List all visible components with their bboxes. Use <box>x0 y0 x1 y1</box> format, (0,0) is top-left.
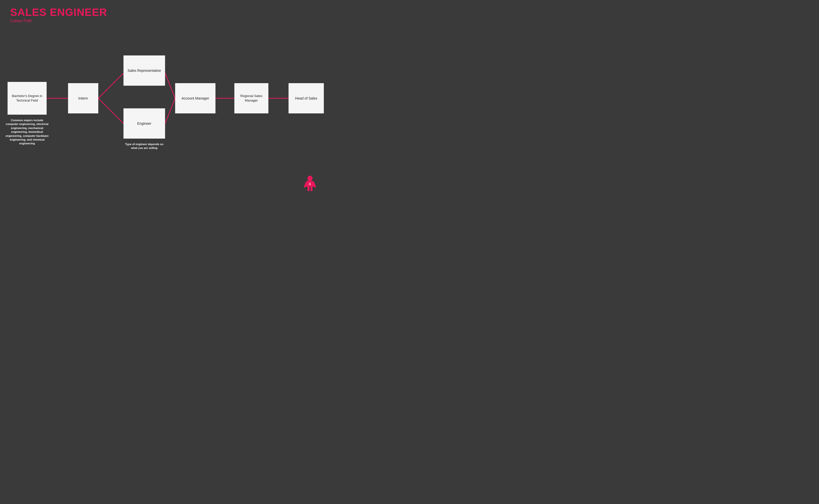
page-title: SALES ENGINEER <box>10 7 107 18</box>
bachelor-node: Bachelor's Degree in Technical Field <box>8 82 47 115</box>
svg-line-2 <box>98 98 123 123</box>
svg-text:G: G <box>309 183 311 185</box>
engineer-note: Type of engineer depends on what you are… <box>123 142 165 150</box>
svg-line-4 <box>165 98 175 123</box>
intern-node: Intern <box>68 83 98 113</box>
page-subtitle: Career Path <box>10 19 107 23</box>
svg-point-7 <box>307 176 312 181</box>
account-manager-node: Account Manager <box>175 83 215 113</box>
logo: G <box>302 175 318 194</box>
career-diagram: Bachelor's Degree in Technical Field Com… <box>0 30 328 202</box>
mascot-icon: G <box>302 175 318 193</box>
sales-rep-node: Sales Representative <box>123 55 165 86</box>
regional-sales-node: Regional Sales Manager <box>234 83 268 113</box>
head-of-sales-node: Head of Sales <box>289 83 324 113</box>
svg-line-1 <box>98 73 123 98</box>
bachelor-note: Common majors include computer engineeri… <box>5 118 49 146</box>
svg-line-3 <box>165 73 175 98</box>
engineer-node: Engineer <box>123 108 165 139</box>
